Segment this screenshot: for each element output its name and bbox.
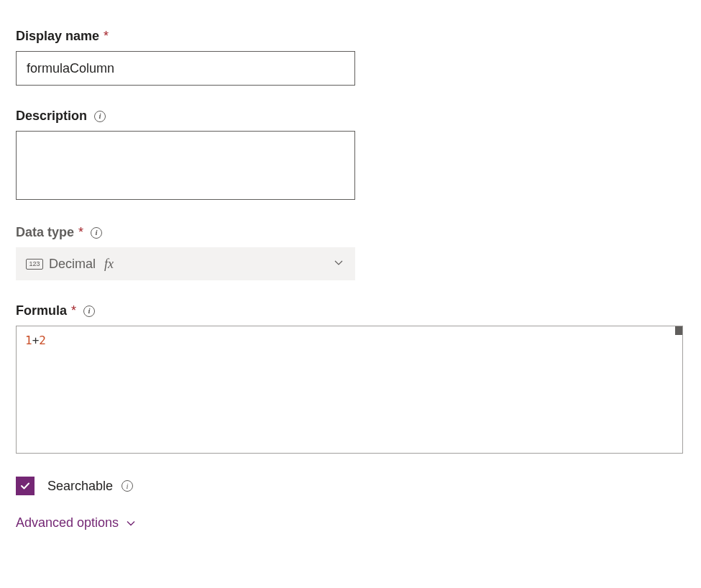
display-name-field: Display name * xyxy=(16,29,685,86)
searchable-label-row: Searchable i xyxy=(47,479,133,494)
data-type-field: Data type * i 123 Decimal fx xyxy=(16,225,685,280)
display-name-input[interactable] xyxy=(16,51,355,86)
number-icon: 123 xyxy=(26,259,43,270)
required-indicator: * xyxy=(78,225,83,240)
formula-operator: + xyxy=(32,334,40,347)
searchable-label: Searchable xyxy=(47,479,113,494)
description-label-text: Description xyxy=(16,109,87,124)
searchable-checkbox[interactable] xyxy=(16,477,35,495)
description-field: Description i xyxy=(16,109,685,202)
fx-icon: fx xyxy=(104,257,114,272)
searchable-row: Searchable i xyxy=(16,477,685,495)
advanced-options-toggle[interactable]: Advanced options xyxy=(16,515,136,530)
formula-operand-2: 2 xyxy=(39,334,46,347)
data-type-label: Data type * i xyxy=(16,225,685,240)
required-indicator: * xyxy=(104,29,109,44)
data-type-value: Decimal xyxy=(49,257,96,272)
info-icon[interactable]: i xyxy=(83,306,95,317)
data-type-select-wrapper: 123 Decimal fx xyxy=(16,247,355,280)
advanced-options-label: Advanced options xyxy=(16,515,119,530)
info-icon[interactable]: i xyxy=(94,111,106,122)
formula-label: Formula * i xyxy=(16,303,685,318)
required-indicator: * xyxy=(71,303,76,318)
formula-label-text: Formula xyxy=(16,303,67,318)
formula-editor[interactable]: 1+2 xyxy=(16,326,683,454)
display-name-label-text: Display name xyxy=(16,29,99,44)
formula-field: Formula * i 1+2 xyxy=(16,303,685,454)
data-type-label-text: Data type xyxy=(16,225,74,240)
info-icon[interactable]: i xyxy=(91,227,102,239)
formula-operand-1: 1 xyxy=(25,334,32,347)
data-type-select[interactable]: 123 Decimal fx xyxy=(16,247,355,280)
chevron-down-icon xyxy=(126,518,136,528)
display-name-label: Display name * xyxy=(16,29,685,44)
description-label: Description i xyxy=(16,109,685,124)
description-input[interactable] xyxy=(16,131,355,200)
info-icon[interactable]: i xyxy=(122,480,133,492)
checkmark-icon xyxy=(19,480,31,492)
